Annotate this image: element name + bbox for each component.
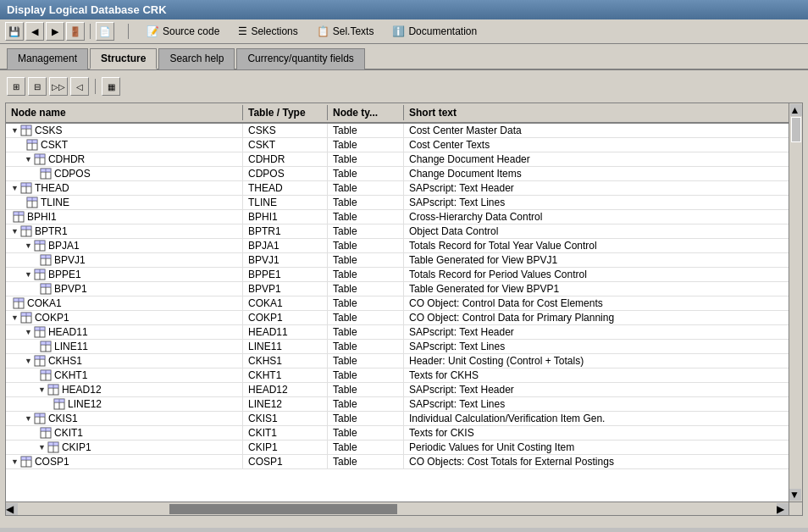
expand-icon[interactable]: ▼: [25, 414, 32, 423]
node-table-icon: [40, 427, 52, 439]
source-code-icon[interactable]: 📄: [96, 22, 114, 41]
node-name-text: CKIP1: [62, 441, 91, 453]
table-row[interactable]: CKHT1CKHT1TableTexts for CKHS: [6, 369, 802, 383]
expand-icon[interactable]: ▼: [38, 385, 46, 394]
table-header: Node nameTable / TypeNode ty...Short tex…: [6, 103, 802, 124]
selections-btn[interactable]: ☰ Selections: [234, 23, 302, 40]
table-row[interactable]: ▼THEADTHEADTableSAPscript: Text Header: [6, 181, 802, 196]
table-row[interactable]: ▼COKP1COKP1TableCO Object: Control Data …: [6, 311, 802, 325]
table-body[interactable]: ▼CSKSCSKSTableCost Center Master DataCSK…: [6, 124, 802, 513]
vertical-scrollbar[interactable]: ▲ ▼: [789, 103, 802, 502]
node-type-cell: Table: [328, 282, 404, 296]
table-type-cell: CDPOS: [243, 167, 328, 180]
toolbar-sep-1: [90, 24, 91, 39]
table-type-cell: CKHS1: [243, 354, 328, 368]
save-icon[interactable]: 💾: [5, 22, 24, 41]
expand-icon[interactable]: ▼: [25, 155, 32, 163]
node-type-cell: Table: [328, 253, 404, 267]
svg-rect-95: [21, 457, 31, 460]
table-row[interactable]: CSKTCSKTTableCost Center Texts: [6, 138, 802, 152]
expand-icon[interactable]: ▼: [11, 184, 19, 192]
horizontal-scrollbar[interactable]: ◀ ▶: [6, 502, 789, 515]
table-row[interactable]: BPHI1BPHI1TableCross-Hierarchy Data Cont…: [6, 210, 802, 224]
table-row[interactable]: ▼CSKSCSKSTableCost Center Master Data: [6, 124, 802, 138]
node-table-icon: [34, 413, 46, 424]
back-icon[interactable]: ◀: [25, 22, 44, 41]
header-table--type: Table / Type: [243, 105, 328, 120]
node-name-cell: ▼HEAD12: [6, 383, 243, 396]
table-row[interactable]: ▼BPTR1BPTR1TableObject Data Control: [6, 224, 802, 239]
table-row[interactable]: CDPOSCDPOSTableChange Document Items: [6, 167, 802, 181]
table-row[interactable]: ▼CKIP1CKIP1TablePeriodic Values for Unit…: [6, 441, 802, 455]
expand-icon[interactable]: ▼: [25, 270, 32, 279]
table-row[interactable]: BPVP1BPVP1TableTable Generated for View …: [6, 282, 802, 296]
table-row[interactable]: LINE12LINE12TableSAPscript: Text Lines: [6, 397, 802, 412]
collapse-all-icon[interactable]: ⊟: [28, 77, 47, 96]
table-row[interactable]: TLINETLINETableSAPscript: Text Lines: [6, 196, 802, 210]
table-type-cell: CKHT1: [243, 369, 328, 382]
node-table-icon: [47, 441, 59, 453]
source-code-label: Source code: [163, 25, 219, 37]
collapse-subtree-icon[interactable]: ◁: [70, 77, 89, 96]
svg-rect-19: [21, 183, 31, 186]
node-type-cell: Table: [328, 412, 404, 425]
source-code-btn[interactable]: 📝 Source code: [142, 23, 224, 40]
svg-rect-71: [41, 370, 51, 374]
node-name-cell: COKA1: [6, 296, 243, 310]
exit-icon[interactable]: 🚪: [66, 22, 85, 41]
table-row[interactable]: ▼COSP1COSP1TableCO Objects: Cost Totals …: [6, 455, 802, 469]
documentation-btn[interactable]: ℹ️ Documentation: [388, 23, 481, 40]
table-row[interactable]: ▼BPPE1BPPE1TableTotals Record for Period…: [6, 268, 802, 282]
table-row[interactable]: COKA1COKA1TableCO Object: Control Data f…: [6, 296, 802, 311]
table-type-cell: CKIP1: [243, 441, 328, 454]
short-text-cell: SAPscript: Text Header: [404, 383, 802, 396]
tab-currencyquantity-fields[interactable]: Currency/quantity fields: [236, 48, 364, 69]
table-type-cell: BPVJ1: [243, 253, 328, 267]
expand-icon[interactable]: ▼: [25, 357, 32, 365]
header-node-name: Node name: [6, 105, 243, 120]
expand-icon[interactable]: ▼: [25, 328, 32, 336]
expand-icon[interactable]: ▼: [25, 241, 32, 250]
sel-texts-btn[interactable]: 📋 Sel.Texts: [313, 23, 379, 40]
expand-icon[interactable]: ▼: [38, 443, 46, 452]
table-row[interactable]: ▼BPJA1BPJA1TableTotals Record for Total …: [6, 239, 802, 253]
node-name-cell: BPVP1: [6, 282, 243, 296]
node-type-cell: Table: [328, 181, 404, 195]
svg-rect-27: [14, 212, 24, 215]
short-text-cell: Totals Record for Total Year Value Contr…: [404, 239, 802, 252]
table-row[interactable]: CKIT1CKIT1TableTexts for CKIS: [6, 426, 802, 441]
table-row[interactable]: BPVJ1BPVJ1TableTable Generated for View …: [6, 253, 802, 268]
table-row[interactable]: LINE11LINE11TableSAPscript: Text Lines: [6, 340, 802, 354]
table-row[interactable]: ▼CKIS1CKIS1TableIndividual Calculation/V…: [6, 412, 802, 426]
node-name-cell: ▼CSKS: [6, 124, 243, 137]
node-name-text: BPVJ1: [54, 254, 86, 266]
expand-icon[interactable]: ▼: [11, 313, 19, 322]
expand-subtree-icon[interactable]: ▷▷: [49, 77, 68, 96]
grid-icon[interactable]: ▦: [102, 77, 120, 96]
node-name-cell: LINE12: [6, 397, 243, 411]
expand-icon[interactable]: ▼: [11, 457, 19, 466]
svg-rect-23: [27, 197, 37, 201]
table-row[interactable]: ▼HEAD12HEAD12TableSAPscript: Text Header: [6, 383, 802, 397]
tab-search-help[interactable]: Search help: [158, 48, 235, 69]
node-table-icon: [26, 139, 38, 151]
forward-icon[interactable]: ▶: [46, 22, 64, 41]
node-name-cell: ▼CKIP1: [6, 441, 243, 454]
svg-rect-55: [21, 313, 31, 316]
node-type-cell: Table: [328, 268, 404, 281]
node-type-cell: Table: [328, 455, 404, 468]
tab-management[interactable]: Management: [7, 48, 88, 69]
expand-icon[interactable]: ▼: [11, 227, 19, 236]
expand-all-icon[interactable]: ⊞: [7, 77, 25, 96]
table-row[interactable]: ▼CDHDRCDHDRTableChange Document Header: [6, 152, 802, 167]
table-row[interactable]: ▼HEAD11HEAD11TableSAPscript: Text Header: [6, 325, 802, 340]
svg-rect-79: [54, 399, 64, 402]
table-type-cell: BPPE1: [243, 268, 328, 281]
node-name-text: CDHDR: [48, 153, 85, 165]
tab-structure[interactable]: Structure: [90, 48, 157, 69]
node-name-cell: ▼COKP1: [6, 311, 243, 324]
node-name-cell: ▼BPPE1: [6, 268, 243, 281]
node-name-cell: ▼HEAD11: [6, 325, 243, 339]
expand-icon[interactable]: ▼: [11, 126, 19, 135]
table-row[interactable]: ▼CKHS1CKHS1TableHeader: Unit Costing (Co…: [6, 354, 802, 369]
